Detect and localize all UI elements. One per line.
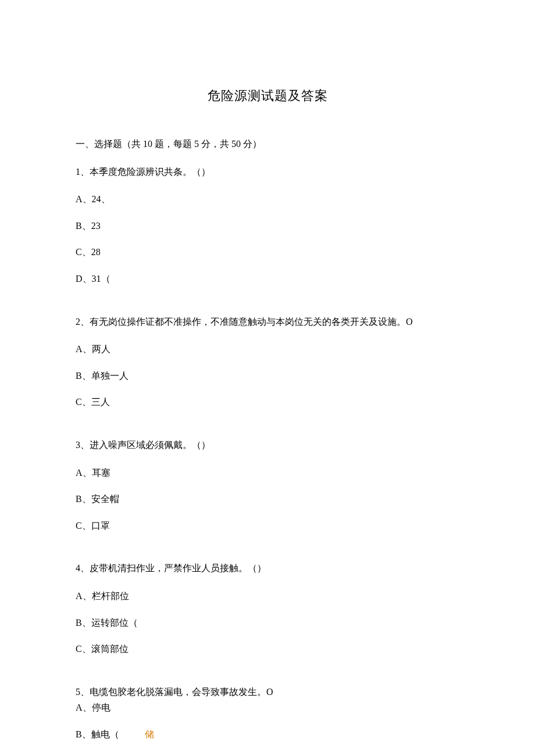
q4-option-a: A、栏杆部位 [76,589,459,604]
q3-option-c: C、口罩 [76,518,459,533]
q3-option-b: B、安全帽 [76,492,459,507]
q3-stem: 3、进入噪声区域必须佩戴。（） [76,438,459,453]
q1-option-a: A、24、 [76,192,459,207]
q3-option-a: A、耳塞 [76,465,459,481]
doc-title: 危险源测试题及答案 [76,87,459,105]
q4-option-b: B、运转部位（ [76,615,459,630]
q4-stem: 4、皮带机清扫作业，严禁作业人员接触。（） [76,561,459,576]
q2-option-c: C、三人 [76,395,459,410]
q1-option-d: D、31（ [76,271,459,286]
q5-option-a: A、停电 [76,700,459,715]
q2-option-a: A、两人 [76,342,459,357]
q5-option-b: B、触电（ 储 [76,727,459,742]
q5-option-b-text: B、触电（ [76,729,119,739]
q5-option-b-extra: 储 [145,729,154,739]
q2-stem: 2、有无岗位操作证都不准操作，不准随意触动与本岗位无关的各类开关及设施。O [76,314,459,329]
q2-option-b: B、单独一人 [76,368,459,384]
q1-stem: 1、本季度危险源辨识共条。（） [76,164,459,180]
q5-stem: 5、电缆包胶老化脱落漏电，会导致事故发生。O [76,685,459,700]
q1-option-b: B、23 [76,218,459,234]
q1-option-c: C、28 [76,245,459,260]
q4-option-c: C、滚筒部位 [76,642,459,657]
section-header: 一、选择题（共 10 题，每题 5 分，共 50 分） [76,137,459,152]
